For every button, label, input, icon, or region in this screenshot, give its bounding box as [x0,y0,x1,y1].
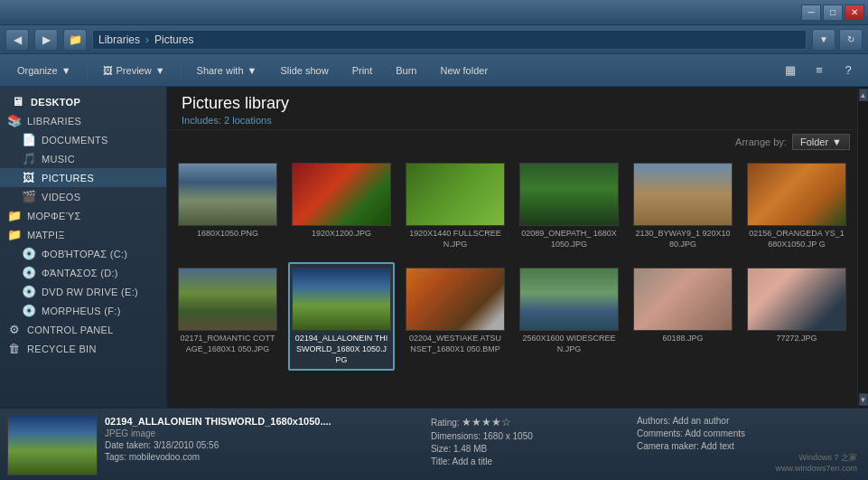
arrange-dropdown[interactable]: Folder ▼ [792,134,850,150]
thumbnail-item-8[interactable]: 02194_AllAloneIn ThisWorld_1680x 1050.jp… [288,262,395,371]
sidebar-item-libraries-label: Libraries [27,116,81,127]
sidebar-item-drive-e[interactable]: 💿 DVD RW Drive (E:) [0,282,166,301]
recycle-bin-icon: 🗑 [7,342,22,355]
close-button[interactable]: ✕ [845,5,864,21]
share-button[interactable]: Share with ▼ [187,58,267,83]
help-button[interactable]: ? [835,58,861,83]
thumbnail-label-11: 60188.jpg [662,334,703,344]
sidebar-item-drive-f[interactable]: 💿 MORPHEUS (F:) [0,301,166,320]
path-separator: › [145,33,149,46]
toolbar-right-controls: ▦ ≡ ? [778,58,861,83]
preview-button[interactable]: 🖼 Preview ▼ [93,58,175,83]
burn-button[interactable]: Burn [386,58,426,83]
music-icon: 🎵 [22,152,36,165]
thumbnail-item-1[interactable]: 1680x1050.png [174,157,281,255]
libraries-crumb[interactable]: Libraries [98,33,140,46]
address-path[interactable]: Libraries › Pictures [92,30,807,50]
size-value: 1.48 MB [453,444,487,454]
sidebar-item-matrix[interactable]: 📁 Μάτριξ [0,225,166,244]
sidebar-item-libraries[interactable]: 📚 Libraries [0,111,166,130]
title-bar-controls: ─ □ ✕ [801,5,864,21]
thumbnail-item-6[interactable]: 02156_OrangeDa ys_1680x1050.jp g [743,157,850,255]
thumbnail-label-2: 1920x1200.jpg [312,229,371,240]
drive-c-icon: 💿 [22,247,36,260]
thumbnail-item-3[interactable]: 1920x1440 Fullscreen.jpg [402,157,509,255]
scroll-down-button[interactable]: ▼ [859,393,868,406]
title-value[interactable]: Add a title [452,456,491,466]
thumbnail-item-9[interactable]: 02204_Westiake AtSunset_1680x1 050.bmp [402,262,509,371]
sidebar-item-drive-e-label: DVD RW Drive (E:) [42,287,138,297]
thumbnail-item-7[interactable]: 02171_Romantic Cottage_1680x1 050.jpg [174,262,281,371]
pictures-crumb[interactable]: Pictures [154,33,193,46]
thumbnail-label-4: 02089_Onepath_ 1680x1050.jpg [521,229,617,249]
sidebar-item-videos-label: Videos [42,192,80,202]
thumbnail-label-7: 02171_Romantic Cottage_1680x1 050.jpg [180,334,275,354]
arrange-value: Folder [800,136,828,147]
file-subtitle: Includes: 2 locations [182,115,843,126]
status-info: 02194_ALLALONEIN THISWORLD_1680x1050....… [105,414,424,475]
thumbnail-label-6: 02156_OrangeDa ys_1680x1050.jp g [749,229,845,249]
slideshow-button[interactable]: Slide show [270,58,338,83]
share-label: Share with [197,65,244,76]
drive-f-icon: 💿 [22,304,36,317]
date-value: 3/18/2010 05:56 [154,440,219,450]
status-type: JPEG image [105,428,424,438]
status-right: Authors: Add an author Comments: Add com… [637,414,745,475]
sidebar-item-morpheus[interactable]: 📁 Μορφεύς [0,206,166,225]
camera-value[interactable]: Add text [701,441,734,451]
app-window: ─ □ ✕ ◀ ▶ 📁 Libraries › Pictures ▼ ↻ Org… [0,0,868,480]
thumbnail-label-10: 2560x1600 Widescreen.jpg [521,334,617,354]
print-button[interactable]: Print [342,58,383,83]
sidebar-item-pictures[interactable]: 🖼 Pictures [0,168,166,187]
sidebar-item-drive-c[interactable]: 💿 Φοβήτορας (C:) [0,244,166,263]
tags-label: Tags: [105,452,126,462]
scroll-up-button[interactable]: ▲ [859,89,868,101]
sidebar-item-videos[interactable]: 🎬 Videos [0,187,166,206]
comments-value[interactable]: Add comments [685,428,745,438]
search-arrow-button[interactable]: ▼ [812,29,835,51]
desktop-icon: 🖥 [11,95,25,108]
thumbnail-item-11[interactable]: 60188.jpg [630,262,736,371]
preview-icon: 🖼 [103,65,113,76]
sidebar-item-drive-f-label: MORPHEUS (F:) [42,306,121,316]
sidebar-item-desktop[interactable]: 🖥 Desktop [0,92,166,111]
organize-label: Organize [17,65,58,76]
thumbnail-item-12[interactable]: 77272.jpg [743,262,850,371]
sidebar-item-music[interactable]: 🎵 Music [0,149,166,168]
thumbnail-img-8 [292,268,391,331]
sidebar-item-morpheus-label: Μορφεύς [27,211,80,221]
organize-button[interactable]: Organize ▼ [7,58,81,83]
thumbnail-item-10[interactable]: 2560x1600 Widescreen.jpg [516,262,622,371]
thumbnail-img-3 [406,163,505,226]
sidebar-item-drive-d[interactable]: 💿 Φάντασος (D:) [0,263,166,282]
refresh-button[interactable]: ↻ [839,29,863,51]
rating-stars[interactable]: ★★★★☆ [462,416,511,428]
authors-value[interactable]: Add an author [672,416,729,426]
sidebar-item-matrix-label: Μάτριξ [27,230,65,240]
dimensions-label: Dimensions: [431,431,481,441]
view-toggle-button[interactable]: ▦ [778,58,803,83]
forward-button[interactable]: ▶ [34,29,58,51]
sidebar-item-control-panel[interactable]: ⚙ Control Panel [0,320,166,339]
sidebar-item-recycle-bin[interactable]: 🗑 Recycle Bin [0,339,166,358]
status-dimensions: Dimensions: 1680 x 1050 [431,431,630,441]
thumbnail-row-1: 1680x1050.png 1920x1200.jpg 1920x1440 Fu… [174,157,850,255]
matrix-icon: 📁 [7,228,22,241]
thumbnail-item-2[interactable]: 1920x1200.jpg [288,157,395,255]
back-button[interactable]: ◀ [5,29,29,51]
size-label: Size: [431,444,451,454]
rating-label: Rating: [431,418,460,428]
sidebar: 🖥 Desktop 📚 Libraries 📄 Documents 🎵 Musi… [0,87,167,408]
pictures-icon: 🖼 [22,171,36,184]
sidebar-item-documents[interactable]: 📄 Documents [0,130,166,149]
thumbnail-item-5[interactable]: 2130_ByWay9_1 920x1080.jpg [630,157,736,255]
up-button[interactable]: 📁 [63,29,87,51]
drive-e-icon: 💿 [22,285,36,298]
maximize-button[interactable]: □ [823,5,843,21]
status-thumbnail [7,414,98,475]
subtitle-value[interactable]: 2 locations [224,115,272,126]
minimize-button[interactable]: ─ [801,5,821,21]
new-folder-button[interactable]: New folder [431,58,499,83]
view-list-button[interactable]: ≡ [807,58,832,83]
thumbnail-item-4[interactable]: 02089_Onepath_ 1680x1050.jpg [516,157,622,255]
